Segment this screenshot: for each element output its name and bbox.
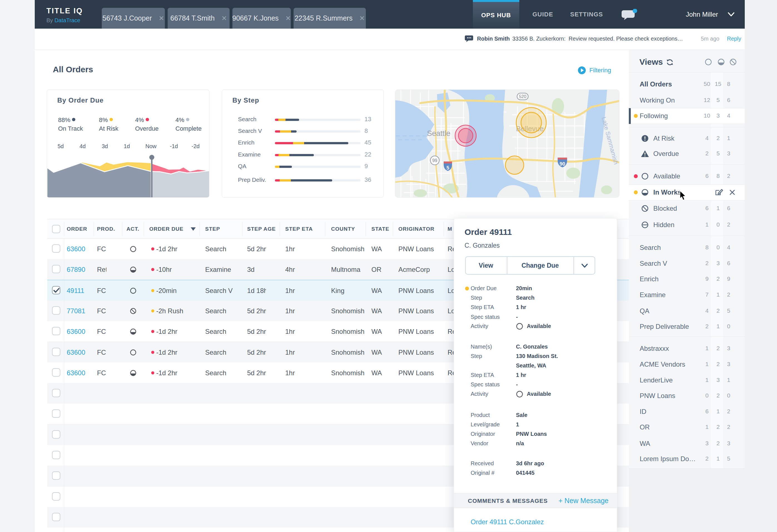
svg-text:5: 5 [446, 165, 449, 171]
svg-text:Seattle: Seattle [427, 129, 450, 137]
svg-text:90: 90 [560, 161, 565, 167]
svg-text:99: 99 [432, 158, 437, 163]
svg-text:520: 520 [519, 94, 527, 99]
